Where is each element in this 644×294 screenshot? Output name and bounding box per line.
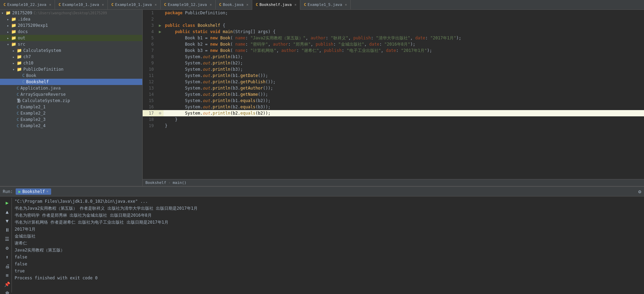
run-down-button[interactable]: ▼ [4,217,11,224]
java-icon: C [17,86,19,91]
tab-book[interactable]: C Book.java × [216,0,252,10]
tab-bookshelf[interactable]: C Bookshelf.java × [252,0,300,10]
tab-label: Example10_12.java [168,2,207,7]
line-number: 1 [143,10,157,16]
tab-close-icon[interactable]: × [49,3,51,7]
tab-close-icon[interactable]: × [294,3,296,7]
tab-label: Example10_1.java [62,2,99,7]
line-content[interactable]: System.out.println(b1.getDate()); [164,72,644,79]
breadcrumb-class[interactable]: Bookshelf [145,180,166,185]
sidebar-item-publicdefinition[interactable]: ▾ 📁 PublicDefinition [0,66,142,72]
line-content[interactable]: } [164,123,644,129]
line-content[interactable]: } [164,116,644,123]
java-icon: C [256,2,258,7]
arrow-icon: ▸ [13,55,17,59]
sidebar-item-bookshelf[interactable]: C Bookshelf [0,79,142,85]
tab-label: Example10_22.java [7,2,47,7]
java-icon: C [17,105,19,109]
run-tabs-bar: Run: ▶ Bookshelf × ⚙ [0,187,644,196]
run-tab-close-icon[interactable]: × [46,189,48,193]
tab-label: Book.java [223,2,244,7]
tab-close-icon[interactable]: × [102,3,104,7]
line-content[interactable]: System.out.println(b1); [164,54,644,60]
sidebar-item-label: Book [26,73,36,78]
arrow-icon: ▸ [13,61,17,65]
line-content[interactable]: System.out.println(b2.getPublish()); [164,79,644,85]
tab-example10-1a[interactable]: C Example10_1.java × [55,0,108,10]
code-line-8: 8 System.out.println(b1); [143,54,644,60]
run-output-line-3: 书名为计算机网络 作者是谢希仁 出版社为电子工业出版社 出版日期是2017年1月 [15,219,641,226]
line-content[interactable]: package PublicDefinition; [164,10,644,16]
sidebar: ▾ 📁 20175209 C:\Users\wangzhong\Desktop\… [0,10,143,186]
tab-close-icon[interactable]: × [210,3,212,7]
run-settings2-button[interactable]: ⚙ [4,245,11,252]
tab-example10-22[interactable]: C Example10_22.java × [0,0,55,10]
line-content[interactable]: Book b1 = new Book( name: "Java2实用教程（第五版… [164,35,644,41]
line-content[interactable]: System.out.println(b3.getAuthor()); [164,85,644,91]
run-settings-icon[interactable]: ⚙ [638,189,641,194]
run-play-button[interactable]: ▶ [4,199,11,206]
sidebar-item-exp1[interactable]: ▸ 📁 20175209exp1 [0,22,142,29]
sidebar-item-label: CalculateSystem [23,48,61,53]
sidebar-item-ch10[interactable]: ▸ 📁 ch10 [0,60,142,66]
line-content[interactable]: System.out.println(b2.equals(b3)); [164,104,644,110]
tab-example1-5[interactable]: C Example1_5.java × [300,0,351,10]
sidebar-item-arraysquarereverse[interactable]: C ArraySquareReverse [0,91,142,98]
tab-example10-1b[interactable]: C Example10_1.java × [108,0,161,10]
sidebar-item-application[interactable]: C Application.java [0,85,142,91]
line-content[interactable]: System.out.println(b1.equals(b2)); [164,98,644,104]
tab-close-icon[interactable]: × [345,3,347,7]
line-content[interactable]: System.out.println(b2.equals(b2)); [164,110,644,116]
breadcrumb-separator: › [168,180,171,185]
arrow-icon: ▾ [13,68,17,71]
sidebar-item-out[interactable]: ▸ 📁 out [0,35,142,41]
tab-label: Bookshelf.java [260,2,292,7]
line-gutter [157,72,164,79]
line-content[interactable]: public static void main(String[] args) { [164,29,644,35]
code-line-3: 3 ▶ public class Bookshelf { [143,22,644,29]
sidebar-item-example2-2[interactable]: C Example2_2 [0,110,142,116]
run-up2-button[interactable]: ⬆ [4,254,11,261]
sidebar-item-calculatesystem-zip[interactable]: 🗜 CalculateSystem.zip [0,98,142,104]
run-print-button[interactable]: 🖨 [4,263,11,270]
code-editor[interactable]: 1 package PublicDefinition; 2 3 ▶ p [143,10,644,179]
tab-close-icon[interactable]: × [154,3,157,7]
line-gutter: ⊙ [157,110,164,116]
java-icon: C [219,2,222,7]
line-gutter [157,104,164,110]
sidebar-item-book[interactable]: C Book [0,72,142,79]
run-pause-button[interactable]: ⏸ [4,226,11,233]
line-content[interactable]: System.out.println(b3); [164,66,644,72]
tab-example10-12[interactable]: C Example10_12.java × [161,0,216,10]
code-line-4: 4 ▶ public static void main(String[] arg… [143,29,644,35]
sidebar-item-calculatesystem[interactable]: ▸ 📁 CalculateSystem [0,47,142,54]
line-number: 6 [143,41,157,47]
sidebar-item-idea[interactable]: ▸ 📁 .idea [0,16,142,22]
run-tab-bookshelf[interactable]: ▶ Bookshelf × [16,188,51,195]
sidebar-item-root[interactable]: ▾ 📁 20175209 C:\Users\wangzhong\Desktop\… [0,10,142,16]
breadcrumb-method[interactable]: main() [173,180,186,185]
sidebar-item-src[interactable]: ▾ 📁 src [0,41,142,47]
sidebar-item-ch7[interactable]: ▸ 📁 ch7 [0,54,142,60]
java-icon: C [17,92,19,97]
tab-close-icon[interactable]: × [246,3,248,7]
run-output-line-done: Process finished with exit code 0 [15,274,641,281]
sidebar-item-docs[interactable]: ▸ 📁 docs [0,29,142,35]
sidebar-item-example2-1[interactable]: C Example2_1 [0,104,142,110]
line-gutter [157,85,164,91]
line-content[interactable]: Book b2 = new Book( name: "密码学", author:… [164,41,644,47]
run-list2-button[interactable]: ≡ [4,272,11,279]
line-content[interactable] [164,16,644,22]
line-content[interactable]: System.out.println(b2); [164,60,644,66]
java-icon: C [304,2,306,7]
sidebar-item-label: ArraySquareReverse [21,92,66,97]
run-list-button[interactable]: ☰ [4,235,11,242]
line-content[interactable]: System.out.println(b1.getName()); [164,91,644,98]
line-content[interactable]: public class Bookshelf { [164,22,644,29]
run-up-button[interactable]: ▲ [4,208,11,215]
run-pin-button[interactable]: 📌 [4,281,11,288]
run-trash-button[interactable]: 🗑 [4,290,11,294]
sidebar-item-example2-3[interactable]: C Example2_3 [0,116,142,123]
sidebar-item-example2-4[interactable]: C Example2_4 [0,123,142,129]
line-content[interactable]: Book b3 = new Book( name: "计算机网络", autho… [164,47,644,54]
